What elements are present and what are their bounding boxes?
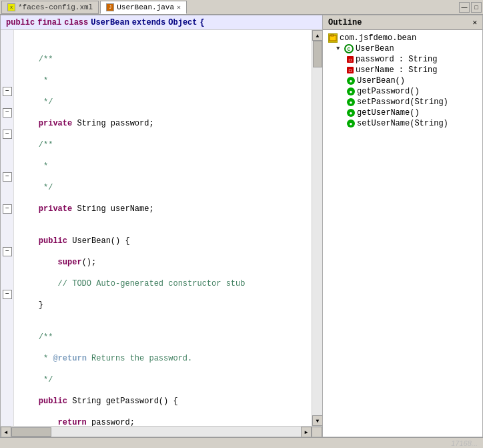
collapse-btn-7[interactable]: − bbox=[3, 290, 12, 299]
code-line-private-username: private String userName; bbox=[19, 204, 306, 214]
code-line-return-password: return password; bbox=[19, 417, 306, 426]
header-brace: { bbox=[200, 18, 205, 27]
header-classname: UserBean bbox=[91, 18, 129, 27]
editor-scrollbar-h[interactable]: ◄ ► bbox=[1, 426, 322, 437]
tree-item-method-getusername[interactable]: ● getUserName() bbox=[323, 107, 482, 118]
code-line-comment4: /** bbox=[19, 140, 306, 150]
code-line-super: super(); bbox=[19, 257, 306, 268]
code-line-constructor-def: public UserBean() { bbox=[19, 236, 306, 246]
collapse-btn-1[interactable]: − bbox=[3, 87, 12, 96]
code-line-comment8: * @return Returns the password. bbox=[19, 353, 306, 364]
code-line-comment9: */ bbox=[19, 375, 306, 385]
tab-bar: x *faces-config.xml J UserBean.java ✕ — … bbox=[0, 0, 483, 15]
tree-item-method-setpassword[interactable]: ● setPassword(String) bbox=[323, 97, 482, 107]
code-line-getpassword-def: public String getPassword() { bbox=[19, 396, 306, 407]
package-label: com.jsfdemo.bean bbox=[340, 33, 416, 43]
scroll-left-btn[interactable]: ◄ bbox=[1, 427, 11, 437]
tab-close-icon[interactable]: ✕ bbox=[177, 3, 181, 11]
watermark-text: 17168... bbox=[451, 439, 478, 447]
method-setpassword-label: setPassword(String) bbox=[357, 97, 448, 107]
scroll-thumb-h[interactable] bbox=[11, 427, 51, 437]
xml-icon: x bbox=[7, 3, 15, 11]
class-label: UserBean bbox=[356, 44, 394, 53]
editor-wrapper: − − − − − − − /** * */ priv bbox=[1, 30, 322, 426]
header-extends: extends bbox=[132, 18, 165, 27]
scroll-corner bbox=[312, 427, 322, 437]
tree-item-package[interactable]: com.jsfdemo.bean bbox=[323, 33, 482, 43]
code-line-constructor-close: } bbox=[19, 300, 306, 310]
code-line-comment2: * bbox=[19, 75, 306, 86]
method-getusername-label: getUserName() bbox=[357, 108, 420, 118]
method-public-icon-4: ● bbox=[347, 109, 355, 117]
tree-item-field-username[interactable]: ◻ userName : String bbox=[323, 65, 482, 75]
outline-panel: Outline ✕ com.jsfdemo.bean ▼ bbox=[323, 15, 483, 437]
code-line-comment7: /** bbox=[19, 332, 306, 343]
scroll-down-btn[interactable]: ▼ bbox=[312, 415, 322, 426]
package-icon bbox=[328, 33, 338, 43]
scroll-right-btn[interactable]: ► bbox=[301, 427, 312, 437]
tree-item-class[interactable]: ▼ C UserBean bbox=[323, 43, 482, 54]
collapse-btn-5[interactable]: − bbox=[3, 204, 12, 214]
method-public-icon-2: ● bbox=[347, 87, 355, 95]
outline-header-icons: ✕ bbox=[472, 18, 477, 27]
minimize-button[interactable]: — bbox=[459, 2, 470, 13]
editor-header: public final class UserBean extends Obje… bbox=[1, 15, 322, 30]
tab-faces-config[interactable]: x *faces-config.xml bbox=[1, 1, 99, 14]
method-getpassword-label: getPassword() bbox=[357, 87, 420, 96]
code-line-comment6: */ bbox=[19, 182, 306, 193]
tab-faces-config-label: *faces-config.xml bbox=[18, 3, 93, 11]
editor-panel: public final class UserBean extends Obje… bbox=[0, 15, 323, 437]
content-area: public final class UserBean extends Obje… bbox=[0, 15, 483, 437]
svg-rect-1 bbox=[331, 35, 334, 36]
scroll-track-h[interactable] bbox=[11, 427, 301, 437]
bottom-bar: 17168... bbox=[0, 437, 483, 448]
scroll-track-v[interactable] bbox=[312, 41, 322, 415]
left-margin: − − − − − − − bbox=[1, 30, 14, 426]
method-public-icon-3: ● bbox=[347, 98, 355, 106]
tab-userbean-label: UserBean.java bbox=[117, 3, 174, 11]
code-line-todo: // TODO Auto-generated constructor stub bbox=[19, 278, 306, 289]
tree-item-field-password[interactable]: ◻ password : String bbox=[323, 54, 482, 65]
collapse-btn-6[interactable]: − bbox=[3, 247, 12, 256]
outline-title: Outline bbox=[328, 18, 362, 27]
editor-scrollbar-v[interactable]: ▲ ▼ bbox=[312, 30, 322, 426]
tab-userbean[interactable]: J UserBean.java ✕ bbox=[100, 1, 187, 14]
scroll-up-btn[interactable]: ▲ bbox=[312, 30, 322, 41]
outline-tree: com.jsfdemo.bean ▼ C UserBean ◻ password… bbox=[323, 30, 482, 437]
header-keyword-class: class bbox=[64, 18, 88, 27]
code-line-comment3: */ bbox=[19, 97, 306, 107]
header-keyword-final: final bbox=[37, 18, 61, 27]
method-public-icon-5: ● bbox=[347, 120, 355, 128]
method-setusername-label: setUserName(String) bbox=[357, 119, 448, 128]
code-line-comment1: /** bbox=[19, 54, 306, 65]
scroll-thumb-v[interactable] bbox=[313, 41, 322, 67]
field-private-icon-2: ◻ bbox=[347, 67, 354, 73]
close-outline-icon[interactable]: ✕ bbox=[472, 18, 477, 27]
field-password-label: password : String bbox=[356, 55, 437, 64]
tree-item-method-userbean[interactable]: ● UserBean() bbox=[323, 75, 482, 86]
main-container: x *faces-config.xml J UserBean.java ✕ — … bbox=[0, 0, 483, 448]
maximize-button[interactable]: □ bbox=[471, 2, 482, 13]
java-icon: J bbox=[106, 3, 114, 11]
outline-header: Outline ✕ bbox=[323, 15, 482, 30]
collapse-btn-4[interactable]: − bbox=[3, 172, 12, 182]
field-username-label: userName : String bbox=[356, 65, 437, 75]
tree-item-method-setusername[interactable]: ● setUserName(String) bbox=[323, 118, 482, 129]
class-arrow: ▼ bbox=[336, 45, 344, 52]
tree-item-method-getpassword[interactable]: ● getPassword() bbox=[323, 86, 482, 97]
code-line-private-password: private String password; bbox=[19, 118, 306, 129]
code-line-comment5: * bbox=[19, 161, 306, 172]
class-icon: C bbox=[344, 44, 354, 53]
method-userbean-label: UserBean() bbox=[357, 76, 405, 85]
collapse-btn-3[interactable]: − bbox=[3, 130, 12, 139]
method-public-icon-1: ● bbox=[347, 77, 355, 85]
header-object: Object bbox=[168, 18, 197, 27]
field-private-icon-1: ◻ bbox=[347, 56, 354, 63]
collapse-btn-2[interactable]: − bbox=[3, 108, 12, 118]
code-content[interactable]: /** * */ private String password; /** * … bbox=[14, 30, 312, 426]
header-keyword-public: public bbox=[6, 18, 35, 27]
